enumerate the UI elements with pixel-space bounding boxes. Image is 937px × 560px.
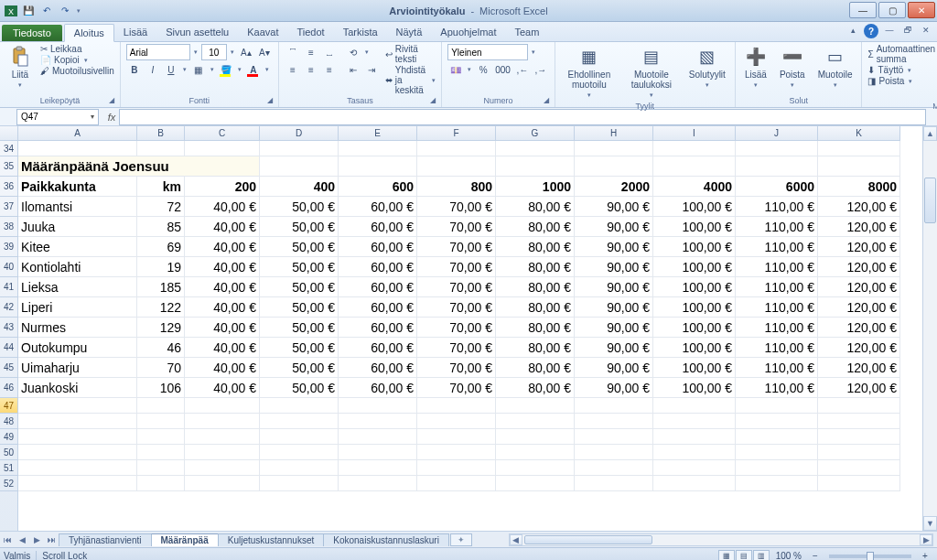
cell-G40[interactable]: 80,00 € [496, 257, 575, 277]
cell-J45[interactable]: 110,00 € [736, 358, 818, 378]
paste-button[interactable]: Liitä ▾ [5, 44, 35, 91]
cell-C48[interactable] [185, 414, 260, 429]
row-header-52[interactable]: 52 [0, 476, 17, 491]
cell-G46[interactable]: 80,00 € [496, 378, 575, 398]
cells-grid[interactable]: Määränpäänä JoensuuPaikkakuntakm20040060… [18, 141, 922, 531]
col-header-E[interactable]: E [339, 126, 417, 140]
cell-I49[interactable] [653, 429, 736, 445]
cell-C37[interactable]: 40,00 € [185, 197, 260, 217]
cell-I51[interactable] [653, 460, 736, 476]
cell-H46[interactable]: 90,00 € [575, 378, 653, 398]
row-header-42[interactable]: 42 [0, 297, 17, 318]
insert-cells[interactable]: ➕Lisää▾ [741, 44, 770, 91]
cell-A41[interactable]: Lieksa [18, 277, 137, 297]
cell-F51[interactable] [417, 460, 496, 476]
window-close[interactable]: ✕ [908, 2, 935, 18]
tab-nav-prev[interactable]: ◀ [15, 533, 29, 547]
cell-K51[interactable] [818, 460, 900, 476]
cell-H34[interactable] [575, 141, 653, 156]
name-box[interactable]: Q47▾ [16, 109, 99, 125]
zoom-slider[interactable] [829, 555, 911, 558]
row-header-45[interactable]: 45 [0, 358, 17, 378]
cell-D39[interactable]: 50,00 € [260, 237, 339, 257]
cell-H49[interactable] [575, 429, 653, 445]
cell-F41[interactable]: 70,00 € [417, 277, 496, 297]
cell-D50[interactable] [260, 445, 339, 460]
cell-B43[interactable]: 129 [137, 318, 185, 338]
cell-I38[interactable]: 100,00 € [653, 217, 736, 237]
cell-J52[interactable] [736, 476, 818, 491]
shrink-font[interactable]: A▾ [256, 44, 273, 60]
tab-nav-next[interactable]: ▶ [29, 533, 44, 547]
grow-font[interactable]: A▴ [238, 44, 254, 60]
border-button[interactable]: ▦ [190, 61, 207, 78]
cell-D49[interactable] [260, 429, 339, 445]
number-launcher[interactable]: ◢ [544, 96, 553, 105]
cell-E41[interactable]: 60,00 € [339, 277, 417, 297]
cell-H44[interactable]: 90,00 € [575, 338, 653, 358]
cell-H43[interactable]: 90,00 € [575, 318, 653, 338]
cell-I45[interactable]: 100,00 € [653, 358, 736, 378]
italic-button[interactable]: I [145, 61, 161, 78]
cell-F48[interactable] [417, 414, 496, 429]
tab-tiedot[interactable]: Tiedot [287, 24, 333, 41]
cell-I37[interactable]: 100,00 € [653, 197, 736, 217]
cell-C44[interactable]: 40,00 € [185, 338, 260, 358]
cell-K45[interactable]: 120,00 € [818, 358, 900, 378]
cell-I35[interactable] [653, 156, 736, 177]
cell-D38[interactable]: 50,00 € [260, 217, 339, 237]
cell-A34[interactable] [18, 141, 137, 156]
tab-tarkista[interactable]: Tarkista [334, 24, 387, 41]
conditional-formatting[interactable]: ▦Ehdollinen muotoilu▾ [561, 44, 618, 101]
font-size-select[interactable]: 10 [201, 44, 227, 60]
sheet-tab-0[interactable]: Tyhjänastianvienti [59, 533, 152, 546]
zoom-in[interactable]: + [917, 548, 933, 561]
view-layout[interactable]: ▤ [736, 550, 752, 561]
cell-F50[interactable] [417, 445, 496, 460]
cell-D37[interactable]: 50,00 € [260, 197, 339, 217]
row-header-46[interactable]: 46 [0, 378, 17, 398]
cell-G38[interactable]: 80,00 € [496, 217, 575, 237]
cell-K42[interactable]: 120,00 € [818, 297, 900, 318]
cell-C43[interactable]: 40,00 € [185, 318, 260, 338]
cell-G45[interactable]: 80,00 € [496, 358, 575, 378]
cell-J51[interactable] [736, 460, 818, 476]
cell-E51[interactable] [339, 460, 417, 476]
scroll-down[interactable]: ▼ [923, 516, 937, 531]
format-as-table[interactable]: ▤Muotoile taulukoksi▾ [623, 44, 680, 101]
cell-K48[interactable] [818, 414, 900, 429]
tab-aloitus[interactable]: Aloitus [64, 24, 114, 42]
cell-B46[interactable]: 106 [137, 378, 185, 398]
sheet-tab-2[interactable]: Kuljetuskustannukset [218, 533, 325, 546]
cell-J40[interactable]: 110,00 € [736, 257, 818, 277]
cell-G42[interactable]: 80,00 € [496, 297, 575, 318]
title-cell[interactable]: Määränpäänä Joensuu [18, 156, 260, 177]
col-header-A[interactable]: A [18, 126, 137, 140]
cell-D46[interactable]: 50,00 € [260, 378, 339, 398]
bold-button[interactable]: B [126, 61, 143, 78]
cell-C41[interactable]: 40,00 € [185, 277, 260, 297]
wrap-text-button[interactable]: ↩Rivitä teksti [385, 44, 436, 64]
cell-D36[interactable]: 400 [260, 177, 339, 197]
merge-center-button[interactable]: ⬌Yhdistä ja keskitä▾ [385, 65, 436, 95]
indent-decrease[interactable]: ⇤ [345, 61, 361, 78]
cell-J39[interactable]: 110,00 € [736, 237, 818, 257]
number-format-select[interactable]: Yleinen [447, 44, 528, 60]
tab-lisää[interactable]: Lisää [114, 24, 156, 41]
cell-C47[interactable] [185, 398, 260, 414]
cell-C42[interactable]: 40,00 € [185, 297, 260, 318]
font-name-select[interactable]: Arial [126, 44, 190, 60]
cell-B49[interactable] [137, 429, 185, 445]
col-header-J[interactable]: J [736, 126, 818, 140]
cell-C52[interactable] [185, 476, 260, 491]
cell-I41[interactable]: 100,00 € [653, 277, 736, 297]
cell-J34[interactable] [736, 141, 818, 156]
qat-customize[interactable]: ▾ [75, 3, 82, 19]
sheet-tab-1[interactable]: Määränpää [151, 533, 219, 546]
cell-J50[interactable] [736, 445, 818, 460]
clear-button[interactable]: ◨Poista▾ [867, 76, 937, 86]
col-header-H[interactable]: H [575, 126, 653, 140]
qat-undo[interactable]: ↶ [38, 3, 55, 19]
cell-C36[interactable]: 200 [185, 177, 260, 197]
cell-J49[interactable] [736, 429, 818, 445]
